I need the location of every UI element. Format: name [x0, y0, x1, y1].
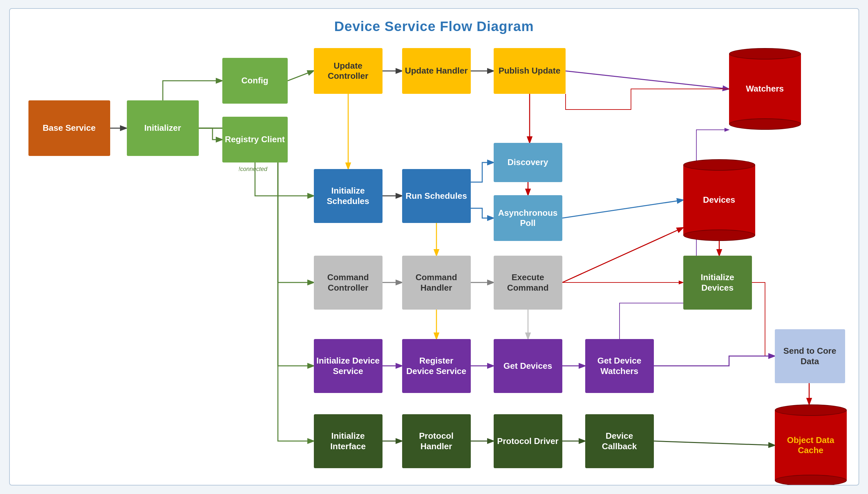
async-poll-box: Asynchronous Poll	[494, 195, 562, 241]
update-handler-box: Update Handler	[402, 48, 471, 94]
svg-line-18	[654, 441, 774, 445]
execute-command-box: Execute Command	[494, 256, 562, 310]
device-callback-box: Device Callback	[585, 414, 654, 468]
svg-line-1	[288, 71, 313, 81]
base-service-box: Base Service	[28, 100, 110, 156]
diagram-container: Device Service Flow Diagram	[9, 8, 859, 486]
svg-line-10	[562, 228, 683, 283]
object-data-cache-cylinder: Object Data Cache	[775, 404, 847, 486]
diagram-title: Device Service Flow Diagram	[10, 9, 859, 34]
watchers-cylinder: Watchers	[729, 48, 801, 130]
svg-line-7	[562, 200, 683, 218]
publish-update-box: Publish Update	[494, 48, 565, 94]
command-controller-box: Command Controller	[314, 256, 383, 310]
run-schedules-box: Run Schedules	[402, 169, 471, 223]
config-box: Config	[222, 58, 288, 103]
initialize-interface-box: Initialize Interface	[314, 414, 383, 468]
registry-client-box: Registry Client	[222, 117, 288, 163]
initialize-device-service-box: Initialize Device Service	[314, 339, 383, 393]
initializer-box: Initializer	[127, 100, 199, 156]
not-connected-label: !connected	[239, 166, 267, 173]
register-device-service-box: Register Device Service	[402, 339, 471, 393]
protocol-handler-box: Protocol Handler	[402, 414, 471, 468]
update-controller-box: Update Controller	[314, 48, 383, 94]
protocol-driver-box: Protocol Driver	[494, 414, 562, 468]
send-to-core-data-box: Send to Core Data	[775, 329, 845, 383]
get-devices-box: Get Devices	[494, 339, 562, 393]
get-device-watchers-box: Get Device Watchers	[585, 339, 654, 393]
command-handler-box: Command Handler	[402, 256, 471, 310]
discovery-box: Discovery	[494, 143, 562, 182]
initialize-schedules-box: Initialize Schedules	[314, 169, 383, 223]
devices-cylinder: Devices	[683, 159, 755, 241]
svg-line-4	[565, 71, 728, 89]
initialize-devices-box: Initialize Devices	[683, 256, 752, 310]
